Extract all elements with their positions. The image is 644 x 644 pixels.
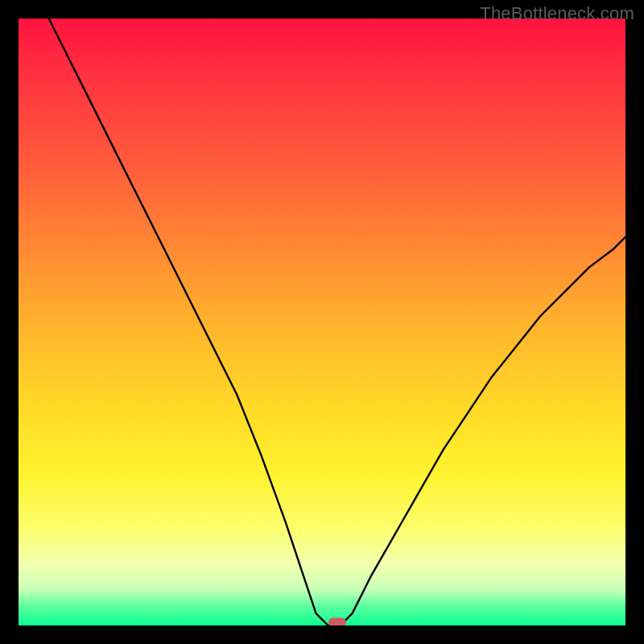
bottleneck-curve bbox=[19, 19, 625, 625]
chart-frame: TheBottleneck.com bbox=[0, 0, 644, 644]
watermark-text: TheBottleneck.com bbox=[480, 3, 634, 24]
plot-area bbox=[19, 19, 625, 625]
optimum-marker bbox=[328, 618, 346, 625]
